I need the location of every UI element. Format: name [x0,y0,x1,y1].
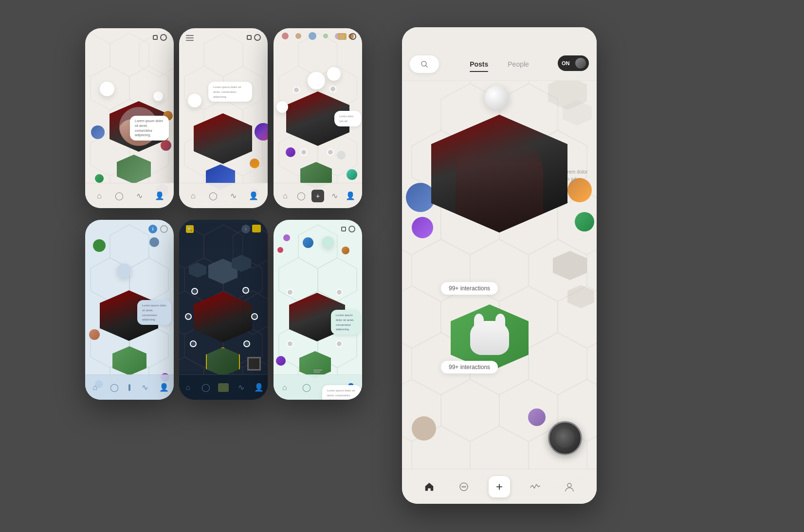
nav-chat-5[interactable]: ◯ [201,382,211,393]
ring-4 [117,264,131,278]
nav-activity-5[interactable]: ∿ [236,382,246,393]
blue-bubble-1 [91,125,105,139]
nav-profile-large[interactable] [560,477,579,497]
nav-add-3[interactable]: + [311,190,324,202]
top-bar-5: 🔍 i [179,225,268,233]
tooltip-3: Lorem dolor con ad [334,111,361,126]
nav-profile-1[interactable]: 👤 [154,191,165,201]
square-icon-2 [247,35,252,40]
top-bar-2 [179,28,268,52]
nav-home-3[interactable]: ⌂ [280,191,291,201]
phone-mockup-3: ⬚ Lorem dolor con ad ⌂ ◯ + ∿ 👤 [274,28,362,208]
tab-posts[interactable]: Posts [460,56,498,72]
nav-chat-2[interactable]: ◯ [208,191,219,201]
toggle-on[interactable]: ON [558,55,589,71]
camera-area-2 [247,34,261,41]
blue-large [406,183,435,212]
nav-chat-3[interactable]: ◯ [296,191,307,201]
phone-large: Posts People ON 99+ interactions [402,27,597,504]
nav-box-5[interactable] [218,383,229,392]
search-icon-5[interactable]: 🔍 [186,225,194,233]
camera-3 [349,33,356,40]
bottom-nav-3: ⌂ ◯ + ∿ 👤 [274,183,362,208]
svg-marker-23 [110,225,149,268]
beige-large [412,416,436,441]
nav-chat-large[interactable] [454,477,474,497]
person-5c [190,340,197,347]
nav-activity-3[interactable]: ∿ [329,191,340,201]
ring-3a [308,72,325,89]
red-6 [277,247,283,253]
info-icon-4: i [148,225,157,233]
nav-home-4[interactable]: ⌂ [90,382,100,393]
top-right-4: i [148,225,168,233]
nav-profile-3[interactable]: 👤 [345,191,356,201]
person-5e [185,313,192,320]
nav-home-6[interactable]: ⌂ [279,382,290,393]
person-6b [336,289,343,296]
top-right-3: ⬚ [338,33,356,40]
orange-6 [342,247,349,254]
tooltip-6: Lorem ipsum dolor sit amet, consectetur … [331,310,360,335]
nav-home-5[interactable]: ⌂ [183,382,193,393]
square-6 [341,227,346,231]
white-ball-large [485,86,509,110]
purple-b-large [528,408,546,426]
green-bubble-1 [95,174,104,183]
svg-marker-71 [441,379,499,442]
purple-large [412,217,433,238]
person-1-3 [293,87,300,93]
tooltip-4: Lorem ipsum dolor sit amet, consectetur … [137,300,171,325]
nav-home-2[interactable]: ⌂ [188,191,199,201]
nav-home-large[interactable] [420,477,439,497]
tooltip-6b: Lorem ipsum dolor sit amet, consectetur … [322,385,361,400]
hamburger-2 [186,35,194,41]
nav-activity-4[interactable]: ∿ [139,382,150,393]
blue-4 [149,237,159,247]
svg-marker-69 [529,333,587,395]
hamburger-6 [313,370,322,372]
nav-chat-1[interactable]: ◯ [114,191,125,201]
tooltip-2a: Lorem ipsum dolor sit amet, consectetur … [208,82,252,102]
nav-chat-4[interactable]: ◯ [109,382,120,393]
camera-circle-large [548,421,582,455]
nav-activity-2[interactable]: ∿ [228,191,239,201]
interaction-badge-1: 99+ interactions [441,282,498,295]
nav-sep-4 [128,384,130,391]
svg-point-81 [463,486,464,487]
svg-point-83 [567,483,571,487]
nav-profile-2[interactable]: 👤 [248,191,259,201]
phone-mockup-1: Lorem ipsum dolor sit amet, consectetur … [85,28,174,208]
bottom-nav-5: ⌂ ◯ ∿ 👤 [179,374,268,400]
svg-marker-63 [402,286,441,348]
phone-mockup-5: 🔍 i ⌂ ◯ ∿ 👤 [179,220,268,400]
nav-plus-large[interactable]: + [489,476,510,497]
ring-3c [276,101,288,113]
ring-1 [100,82,114,96]
person-4-3 [327,149,334,156]
bottom-nav-2: ⌂ ◯ ∿ 👤 [179,183,268,208]
top-bar-6 [274,220,362,243]
nav-activity-large[interactable] [525,477,545,497]
phone-mockup-4: i Lorem ipsum dolor sit amet, consectetu… [85,220,174,400]
person-3-3 [300,149,307,156]
person-5a [191,288,198,295]
interaction-badge-2: 99+ interactions [441,361,498,373]
person-5f [251,313,258,320]
circle-5 [247,357,261,371]
bottom-nav-large: + [402,469,597,504]
svg-point-80 [461,486,463,487]
ring-2 [153,91,163,101]
nav-profile-4[interactable]: 👤 [159,382,169,393]
red-bubble-1 [161,140,171,151]
tooltip-1: Lorem ipsum dolor sit amet, consectetur … [130,116,169,141]
nav-home-1[interactable]: ⌂ [94,191,105,201]
person-6c [287,340,293,347]
camera-area-6 [341,226,355,232]
nav-chat-6[interactable]: ◯ [301,382,312,393]
camera-icon-1 [160,34,167,41]
nav-profile-5[interactable]: 👤 [254,382,264,393]
nav-activity-1[interactable]: ∿ [134,191,145,201]
tab-people[interactable]: People [498,56,539,72]
person-6d [336,340,343,347]
